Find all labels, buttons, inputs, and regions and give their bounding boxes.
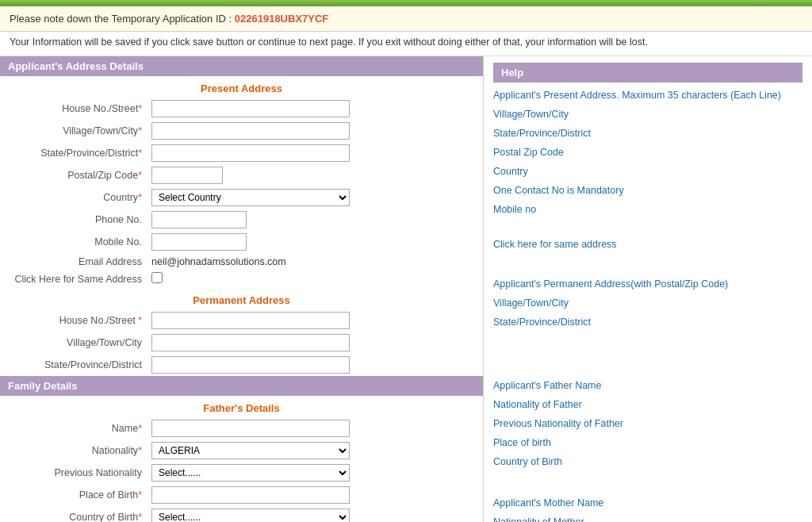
state-row: State/Province/District* (0, 142, 483, 164)
postal-row: Postal/Zip Code* (0, 164, 483, 186)
state-input[interactable] (151, 144, 350, 162)
village-input[interactable] (151, 122, 350, 140)
father-country-birth-select[interactable]: Select...... (151, 509, 350, 522)
same-address-help[interactable]: Click here for same address (493, 236, 802, 252)
phone-help[interactable]: One Contact No is Mandatory (493, 182, 802, 198)
father-name-input[interactable] (151, 420, 350, 437)
father-country-birth-help[interactable]: Country of Birth (493, 454, 802, 470)
father-nationality-select[interactable]: ALGERIA (151, 442, 350, 459)
country-label: Country* (0, 186, 147, 209)
father-prev-nationality-select[interactable]: Select...... (151, 464, 350, 482)
village-label: Village/Town/City* (0, 120, 147, 142)
phone-row: Phone No. (0, 209, 483, 231)
father-place-birth-input[interactable] (151, 486, 350, 504)
postal-label: Postal/Zip Code* (0, 164, 147, 186)
father-place-birth-row: Place of Birth* (0, 484, 483, 506)
permanent-address-title: Permanent Address (0, 288, 483, 309)
perm-house-label: House No./Street * (0, 309, 147, 332)
info-text: Your Information will be saved if you cl… (0, 32, 812, 56)
family-section-header: Family Details (0, 376, 483, 396)
mobile-label: Mobile No. (0, 231, 147, 253)
app-id: 02261918UBX7YCF (235, 13, 329, 25)
country-help[interactable]: Country (493, 163, 802, 179)
father-prev-nationality-label: Previous Nationality (0, 462, 147, 484)
father-nationality-help[interactable]: Nationality of Father (493, 397, 802, 413)
mother-name-help[interactable]: Applicant's Mother Name (493, 495, 802, 511)
phone-label: Phone No. (0, 209, 147, 231)
state-label: State/Province/District* (0, 142, 147, 164)
father-country-birth-row: Country of Birth* Select...... (0, 506, 483, 522)
perm-state-row: State/Province/District (0, 354, 483, 376)
father-name-row: Name* (0, 417, 483, 439)
house-input[interactable] (151, 100, 350, 117)
perm-village-row: Village/Town/City (0, 332, 483, 354)
perm-house-input[interactable] (151, 312, 350, 329)
present-address-table: House No./Street* Village/Town/City* Sta… (0, 98, 483, 288)
perm-house-help[interactable]: Applicant's Permanent Address(with Posta… (493, 276, 802, 292)
father-nationality-row: Nationality* ALGERIA (0, 439, 483, 462)
main-layout: Applicant's Address Details Present Addr… (0, 56, 812, 522)
state-help[interactable]: State/Province/District (493, 125, 802, 141)
mobile-row: Mobile No. (0, 231, 483, 253)
perm-house-row: House No./Street * (0, 309, 483, 332)
perm-village-input[interactable] (151, 334, 350, 351)
father-place-birth-help[interactable]: Place of birth (493, 435, 802, 451)
left-panel: Applicant's Address Details Present Addr… (0, 56, 484, 522)
father-details-table: Name* Nationality* ALGERIA Previous Nati… (0, 417, 483, 522)
country-select[interactable]: Select Country (151, 189, 350, 206)
notice-label: Please note down the Temporary Applicati… (10, 13, 235, 25)
father-prev-nationality-row: Previous Nationality Select...... (0, 462, 483, 484)
email-value: neil@johnadamssolutions.com (151, 256, 286, 267)
house-label: House No./Street* (0, 98, 147, 120)
top-banner (0, 0, 812, 6)
father-nationality-label: Nationality* (0, 439, 147, 462)
postal-help[interactable]: Postal Zip Code (493, 144, 802, 160)
village-help[interactable]: Village/Town/City (493, 106, 802, 122)
mother-nationality-help[interactable]: Nationality of Mother (493, 514, 802, 522)
present-address-title: Present Address (0, 76, 483, 98)
mobile-input[interactable] (151, 233, 247, 251)
permanent-address-table: House No./Street * Village/Town/City Sta… (0, 309, 483, 376)
father-country-birth-label: Country of Birth* (0, 506, 147, 522)
mobile-help[interactable]: Mobile no (493, 202, 802, 217)
same-address-checkbox[interactable] (151, 272, 163, 283)
right-panel: Help Applicant's Present Address. Maximu… (484, 56, 812, 522)
email-row: Email Address neil@johnadamssolutions.co… (0, 253, 483, 270)
phone-input[interactable] (151, 211, 247, 228)
same-address-row: Click Here for Same Address (0, 270, 483, 288)
house-help[interactable]: Applicant's Present Address. Maximum 35 … (493, 87, 802, 103)
postal-input[interactable] (151, 167, 223, 184)
house-row: House No./Street* (0, 98, 483, 120)
perm-state-input[interactable] (151, 356, 350, 374)
perm-village-help[interactable]: Village/Town/City (493, 295, 802, 311)
father-name-help[interactable]: Applicant's Father Name (493, 378, 802, 393)
perm-village-label: Village/Town/City (0, 332, 147, 354)
email-label: Email Address (0, 253, 147, 270)
father-name-label: Name* (0, 417, 147, 439)
notice-bar: Please note down the Temporary Applicati… (0, 6, 812, 32)
father-details-title: Father's Details (0, 396, 483, 417)
perm-state-help[interactable]: State/Province/District (493, 314, 802, 330)
father-prev-nationality-help[interactable]: Previous Nationality of Father (493, 416, 802, 432)
same-address-label: Click Here for Same Address (0, 270, 147, 288)
country-row: Country* Select Country (0, 186, 483, 209)
father-place-birth-label: Place of Birth* (0, 484, 147, 506)
perm-state-label: State/Province/District (0, 354, 147, 376)
address-section-header: Applicant's Address Details (0, 56, 483, 76)
village-row: Village/Town/City* (0, 120, 483, 142)
help-section-header: Help (493, 63, 802, 83)
